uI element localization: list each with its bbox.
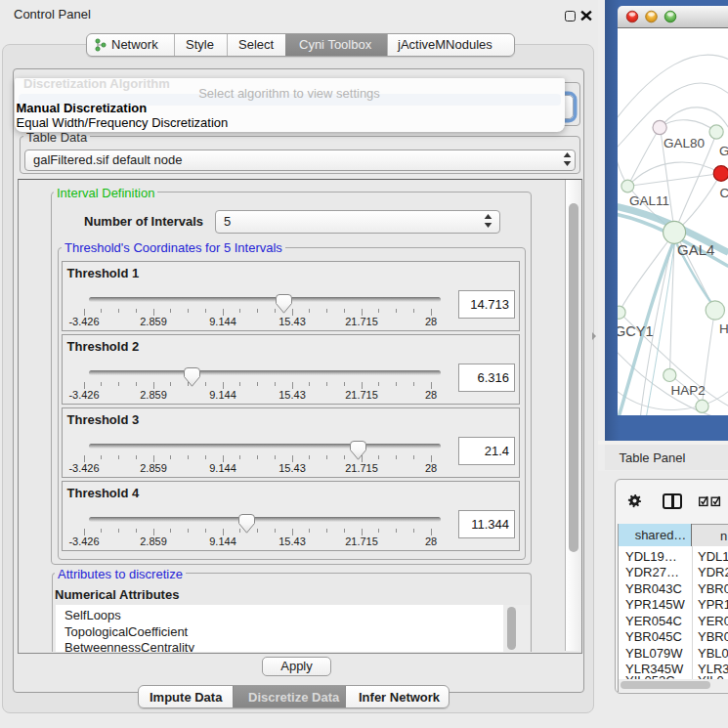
svg-text:GA: GA (719, 143, 728, 157)
svg-text:H: H (719, 321, 728, 336)
svg-text:GAL4: GAL4 (677, 240, 714, 257)
svg-text:C: C (719, 185, 728, 199)
svg-text:GAL11: GAL11 (629, 193, 669, 208)
svg-text:GCY1: GCY1 (618, 322, 654, 338)
svg-text:GAL80: GAL80 (664, 136, 705, 150)
svg-text:HAP2: HAP2 (670, 383, 705, 398)
